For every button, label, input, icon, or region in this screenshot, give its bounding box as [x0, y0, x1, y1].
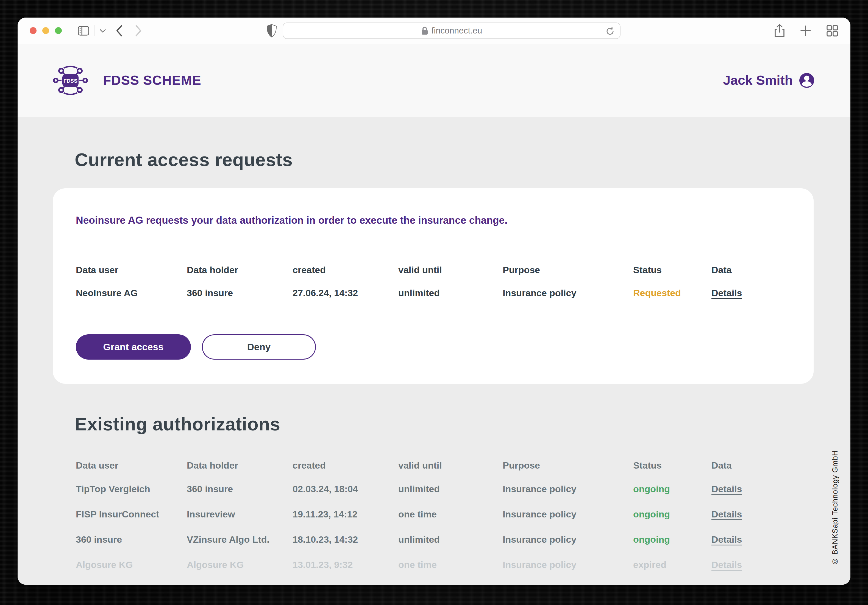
column-header-data-holder: Data holder [187, 258, 293, 281]
request-purpose: Insurance policy [503, 281, 633, 305]
request-status-badge: Requested [633, 281, 711, 305]
column-header-data: Data [711, 258, 790, 281]
auth-valid-until: one time [398, 501, 503, 527]
request-table-header: Data user Data holder created valid unti… [76, 258, 790, 281]
auth-status-badge: ongoing [633, 476, 711, 501]
minimize-button[interactable] [42, 27, 49, 34]
close-button[interactable] [29, 27, 37, 34]
auth-created: 18.10.23, 14:32 [293, 527, 398, 552]
auth-created: 13.01.23, 9:32 [293, 552, 398, 577]
svg-text:FDSS: FDSS [64, 78, 78, 84]
auth-created: 19.11.23, 14:12 [293, 501, 398, 527]
share-icon[interactable] [774, 24, 785, 38]
column-header-data-holder: Data holder [187, 454, 293, 476]
column-header-valid-until: valid until [398, 454, 503, 476]
auth-data-user: Algosure KG [76, 552, 187, 577]
auth-valid-until: unlimited [398, 476, 503, 501]
url-field[interactable]: finconnect.eu [283, 23, 620, 39]
existing-authorizations-title: Existing authorizations [18, 384, 850, 435]
authorization-row: 360 insure VZinsure Algo Ltd. 18.10.23, … [76, 527, 790, 552]
new-tab-icon[interactable] [800, 25, 811, 37]
browser-window: finconnect.eu [18, 17, 850, 585]
auth-purpose: Insurance policy [503, 552, 633, 577]
auth-data-user: FISP InsurConnect [76, 501, 187, 527]
reload-icon[interactable] [605, 26, 615, 36]
auth-created: 02.03.24, 18:04 [293, 476, 398, 501]
auth-data-holder: Insureview [187, 501, 293, 527]
back-icon[interactable] [115, 25, 122, 37]
sidebar-icon[interactable] [78, 26, 89, 36]
copyright-text: © BANKSapi Technology GmbH [831, 450, 839, 565]
request-table-row: NeoInsure AG 360 insure 27.06.24, 14:32 … [76, 281, 790, 305]
auth-data-holder: 360 insure [187, 476, 293, 501]
auth-valid-until: one time [398, 552, 503, 577]
lock-icon [421, 26, 428, 35]
auth-purpose: Insurance policy [503, 527, 633, 552]
user-menu[interactable]: Jack Smith [723, 73, 815, 88]
brand-name: FDSS SCHEME [103, 73, 202, 88]
authorization-row: FISP InsurConnect Insureview 19.11.23, 1… [76, 501, 790, 527]
zoom-button[interactable] [55, 27, 62, 34]
auth-details-link[interactable]: Details [711, 509, 742, 519]
request-message: Neoinsure AG requests your data authoriz… [76, 215, 790, 226]
chevron-down-icon[interactable] [99, 29, 106, 33]
authorization-row: TipTop Vergleich 360 insure 02.03.24, 18… [76, 476, 790, 501]
browser-toolbar: finconnect.eu [18, 17, 850, 44]
page-content: Current access requests Neoinsure AG req… [18, 117, 850, 585]
authorizations-table-header: Data user Data holder created valid unti… [76, 454, 790, 476]
column-header-purpose: Purpose [503, 258, 633, 281]
auth-data-holder: VZinsure Algo Ltd. [187, 527, 293, 552]
privacy-shield-icon[interactable] [266, 17, 277, 44]
current-requests-title: Current access requests [18, 117, 850, 170]
auth-data-holder: Algosure KG [187, 552, 293, 577]
toolbar-divider [94, 25, 95, 36]
column-header-data-user: Data user [76, 454, 187, 476]
auth-status-badge: ongoing [633, 527, 711, 552]
column-header-valid-until: valid until [398, 258, 503, 281]
request-data-user: NeoInsure AG [76, 281, 187, 305]
column-header-status: Status [633, 454, 711, 476]
auth-purpose: Insurance policy [503, 501, 633, 527]
column-header-created: created [293, 454, 398, 476]
auth-data-user: TipTop Vergleich [76, 476, 187, 501]
access-request-card: Neoinsure AG requests your data authoriz… [53, 188, 814, 384]
auth-details-link[interactable]: Details [711, 560, 742, 569]
avatar-icon [799, 73, 815, 88]
fdss-logo-icon: FDSS [53, 64, 88, 97]
authorizations-table: Data user Data holder created valid unti… [53, 454, 814, 577]
column-header-status: Status [633, 258, 711, 281]
site-header: FDSS FDSS SCHEME Jack Smith [18, 44, 850, 117]
authorization-row-expired: Algosure KG Algosure KG 13.01.23, 9:32 o… [76, 552, 790, 577]
request-valid-until: unlimited [398, 281, 503, 305]
traffic-lights [29, 27, 62, 34]
request-details-link[interactable]: Details [711, 288, 742, 297]
deny-button[interactable]: Deny [202, 334, 316, 360]
auth-status-badge: ongoing [633, 501, 711, 527]
auth-status-badge: expired [633, 552, 711, 577]
column-header-data: Data [711, 454, 790, 476]
url-text: finconnect.eu [431, 26, 482, 36]
auth-data-user: 360 insure [76, 527, 187, 552]
user-name: Jack Smith [723, 73, 793, 88]
auth-purpose: Insurance policy [503, 476, 633, 501]
tab-overview-icon[interactable] [826, 25, 839, 37]
column-header-purpose: Purpose [503, 454, 633, 476]
brand: FDSS FDSS SCHEME [53, 64, 202, 97]
column-header-data-user: Data user [76, 258, 187, 281]
auth-details-link[interactable]: Details [711, 535, 742, 544]
request-created: 27.06.24, 14:32 [293, 281, 398, 305]
grant-access-button[interactable]: Grant access [76, 334, 191, 360]
auth-details-link[interactable]: Details [711, 484, 742, 494]
column-header-created: created [293, 258, 398, 281]
forward-icon[interactable] [135, 25, 142, 37]
request-data-holder: 360 insure [187, 281, 293, 305]
auth-valid-until: unlimited [398, 527, 503, 552]
